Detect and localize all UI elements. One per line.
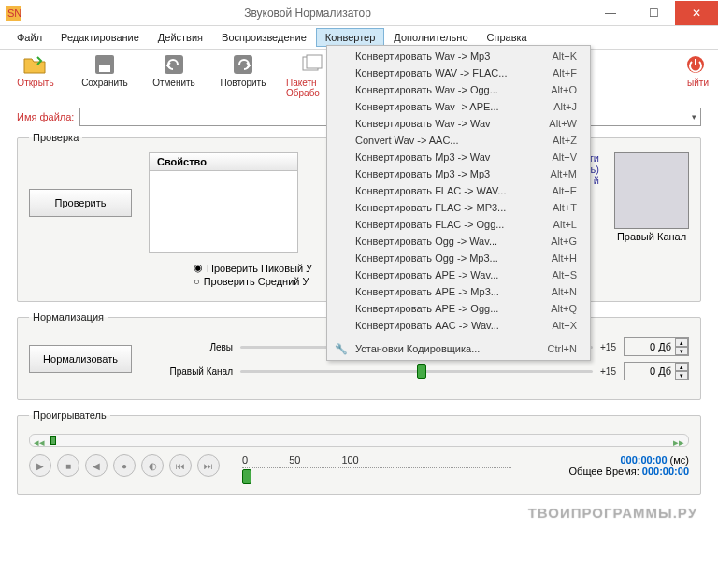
left-db-field[interactable]: 0 Дб▴▾	[624, 337, 689, 356]
property-list[interactable]	[149, 171, 298, 253]
left-channel-label: Левы	[149, 342, 233, 352]
titlebar: SN Звуковой Нормализатор — ☐ ✕	[0, 0, 718, 26]
next-end-icon[interactable]: ▸▸	[673, 437, 684, 444]
check-legend: Проверка	[29, 132, 82, 143]
converter-item[interactable]: Конвертировать WAV -> FLAC...Alt+F	[329, 65, 588, 81]
skip-back-button[interactable]: ⏮	[169, 454, 192, 477]
current-time: 000:00:00	[620, 454, 667, 466]
rewind-button[interactable]: ◀	[85, 454, 108, 477]
menu-edit[interactable]: Редактирование	[51, 28, 149, 47]
right-slider[interactable]	[240, 363, 593, 380]
prev-end-icon[interactable]: ◂◂	[34, 437, 45, 444]
converter-item[interactable]: Конвертировать AAC -> Wav...Alt+X	[329, 317, 588, 334]
converter-item[interactable]: Конвертировать FLAC -> MP3...Alt+T	[329, 199, 588, 216]
menu-file[interactable]: Файл	[7, 28, 51, 47]
converter-item[interactable]: Convert Wav -> AAC...Alt+Z	[329, 132, 588, 149]
loop-button[interactable]: ◐	[141, 454, 164, 477]
menu-converter[interactable]: Конвертер	[316, 28, 384, 47]
minimize-button[interactable]: —	[589, 1, 632, 25]
converter-item[interactable]: Конвертировать APE -> Mp3...Alt+N	[329, 283, 588, 300]
play-progress[interactable]: ◂◂ ▸▸	[29, 434, 689, 447]
time-slider[interactable]	[242, 467, 511, 480]
right-channel-preview	[614, 152, 689, 229]
normalize-legend: Нормализация	[29, 311, 108, 323]
menu-help[interactable]: Справка	[478, 28, 537, 47]
right-channel-slider-label: Правый Канал	[149, 366, 233, 377]
skip-fwd-button[interactable]: ⏭	[197, 454, 220, 477]
svg-rect-3	[99, 65, 110, 72]
property-header: Свойство	[149, 152, 298, 171]
radio-icon: ◉	[194, 262, 203, 274]
svg-text:SN: SN	[7, 7, 21, 19]
maximize-button[interactable]: ☐	[632, 1, 675, 25]
converter-item[interactable]: Конвертировать Ogg -> Mp3...Alt+H	[329, 250, 588, 266]
converter-item[interactable]: Конвертировать Mp3 -> Mp3Alt+M	[329, 165, 588, 182]
stop-button[interactable]: ■	[57, 454, 79, 477]
menu-extra[interactable]: Дополнительно	[384, 28, 477, 47]
redo-icon	[230, 53, 256, 76]
spin-up-icon[interactable]: ▴	[675, 338, 688, 347]
undo-icon	[161, 53, 187, 76]
save-icon	[92, 53, 118, 76]
exit-button[interactable]: ыйти	[671, 53, 709, 88]
normalize-button[interactable]: Нормализовать	[29, 345, 132, 373]
exit-icon	[682, 53, 709, 76]
right-channel-label: Правый Канал	[617, 231, 686, 242]
redo-button[interactable]: Повторить	[217, 53, 269, 88]
svg-rect-7	[307, 55, 322, 68]
filename-label: Имя файла:	[17, 111, 74, 122]
player-legend: Проигрыватель	[29, 409, 110, 421]
folder-open-icon	[22, 53, 49, 76]
converter-item[interactable]: Конвертировать APE -> Wav...Alt+S	[329, 266, 588, 283]
chevron-down-icon: ▾	[692, 112, 696, 122]
menu-playback[interactable]: Воспроизведение	[212, 28, 316, 47]
converter-item[interactable]: Конвертировать Wav -> APE...Alt+J	[329, 98, 588, 115]
converter-item[interactable]: Конвертировать FLAC -> Ogg...Alt+L	[329, 216, 588, 233]
converter-item[interactable]: Конвертировать Mp3 -> WavAlt+V	[329, 149, 588, 165]
converter-item[interactable]: Конвертировать FLAC -> WAV...Alt+E	[329, 182, 588, 199]
window-title: Звуковой Нормализатор	[26, 7, 589, 20]
converter-item[interactable]: Конвертировать Ogg -> Wav...Alt+G	[329, 233, 588, 250]
spin-up-icon[interactable]: ▴	[675, 363, 688, 371]
batch-icon	[299, 53, 325, 76]
converter-item[interactable]: Конвертировать APE -> Ogg...Alt+Q	[329, 300, 588, 317]
radio-icon: ○	[194, 276, 200, 287]
converter-item[interactable]: Конвертировать Wav -> Ogg...Alt+O	[329, 81, 588, 98]
converter-item[interactable]: Конвертировать Wav -> Mp3Alt+K	[329, 48, 588, 65]
record-button[interactable]: ●	[113, 454, 136, 477]
wrench-icon: 🔧	[335, 343, 350, 355]
spin-down-icon[interactable]: ▾	[675, 371, 688, 380]
open-button[interactable]: Открыть	[9, 53, 62, 88]
total-time: 000:00:00	[642, 466, 689, 477]
converter-dropdown: Конвертировать Wav -> Mp3Alt+KКонвертиро…	[326, 45, 591, 361]
close-button[interactable]: ✕	[675, 1, 718, 25]
player-fieldset: Проигрыватель ◂◂ ▸▸ ▶ ■ ◀ ● ◐ ⏮ ⏭ 0 50 1…	[17, 409, 701, 495]
check-button[interactable]: Проверить	[29, 189, 132, 217]
watermark: ТВОИПРОГРАММЫ.РУ	[528, 505, 697, 521]
encoder-settings-item[interactable]: 🔧Установки Кодировщика...Ctrl+N	[329, 340, 588, 358]
app-icon: SN	[6, 6, 21, 21]
undo-button[interactable]: Отменить	[148, 53, 200, 88]
save-button[interactable]: Сохранить	[79, 53, 131, 88]
right-db-field[interactable]: 0 Дб▴▾	[624, 362, 689, 380]
converter-item[interactable]: Конвертировать Wav -> WavAlt+W	[329, 115, 588, 132]
menu-actions[interactable]: Действия	[149, 28, 212, 47]
play-button[interactable]: ▶	[29, 454, 51, 477]
spin-down-icon[interactable]: ▾	[675, 347, 688, 355]
